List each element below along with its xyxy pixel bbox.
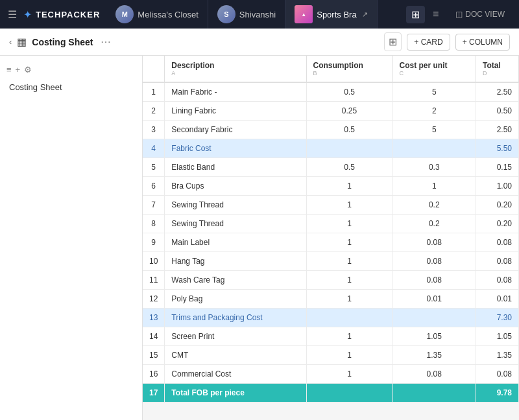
table-row[interactable]: 7Sewing Thread10.20.20 (143, 196, 519, 215)
row-total: 2.50 (476, 121, 519, 139)
table-row[interactable]: 16Commercial Cost10.080.08 (143, 365, 519, 384)
table-row[interactable]: 13Trims and Packaging Cost7.30 (143, 309, 519, 327)
row-number: 4 (143, 139, 165, 158)
sidebar-item-costing-sheet[interactable]: Costing Sheet (0, 78, 142, 96)
grid-view-btn[interactable]: ⊞ (406, 6, 425, 23)
table-row[interactable]: 10Hang Tag10.080.08 (143, 252, 519, 271)
nav-right: ⊞ ≡ ◫ DOC VIEW (406, 6, 511, 23)
row-description: Lining Fabric (165, 102, 306, 121)
columns-icon-btn[interactable]: ⊞ (384, 32, 402, 51)
row-number: 14 (143, 327, 165, 346)
table-row[interactable]: 11Wash Care Tag10.080.08 (143, 271, 519, 290)
row-description: Wash Care Tag (165, 271, 306, 290)
row-consumption: 1 (306, 252, 392, 271)
row-total: 0.08 (476, 271, 519, 290)
list-icon: ≡ (433, 8, 439, 20)
sidebar-lines-icon[interactable]: ≡ (6, 65, 12, 75)
row-description: Fabric Cost (165, 139, 306, 158)
row-cost-per-unit: 1 (392, 177, 476, 196)
app-name: TECHPACKER (36, 10, 100, 19)
row-cost-per-unit (392, 384, 476, 402)
chevron-down-btn[interactable]: ‹ (9, 37, 12, 47)
row-cost-per-unit: 1.35 (392, 346, 476, 365)
top-nav: ☰ ✦ TECHPACKER M Melissa's Closet S Shiv… (0, 0, 519, 29)
row-consumption: 1 (306, 365, 392, 384)
row-description: Main Label (165, 233, 306, 252)
row-total: 0.15 (476, 158, 519, 177)
sidebar-settings-icon[interactable]: ⚙ (24, 65, 32, 75)
table-row[interactable]: 5Elastic Band0.50.30.15 (143, 158, 519, 177)
row-number: 11 (143, 271, 165, 290)
row-consumption: 1 (306, 290, 392, 309)
hamburger-icon[interactable]: ☰ (8, 8, 17, 21)
row-cost-per-unit (392, 139, 476, 158)
col-total-header: Total D (476, 56, 519, 82)
row-consumption: 1 (306, 346, 392, 365)
grid-icon: ⊞ (411, 8, 420, 21)
shivanshi-tab-label: Shivanshi (239, 10, 276, 19)
row-consumption: 1 (306, 177, 392, 196)
sidebar: ≡ + ⚙ Costing Sheet (0, 56, 143, 420)
add-card-btn[interactable]: + CARD (407, 34, 450, 51)
table-body: 1Main Fabric -0.552.502Lining Fabric0.25… (143, 82, 519, 402)
table-row[interactable]: 14Screen Print11.051.05 (143, 327, 519, 346)
nav-tab-melissa[interactable]: M Melissa's Closet (106, 0, 208, 29)
row-consumption: 0.5 (306, 158, 392, 177)
table-row[interactable]: 12Poly Bag10.010.01 (143, 290, 519, 309)
row-cost-per-unit: 5 (392, 82, 476, 102)
row-number: 15 (143, 346, 165, 365)
sports-bra-thumb: ▲ (295, 5, 313, 23)
col-cost-header: Cost per unit C (392, 56, 476, 82)
table-area: Description A Consumption B Cost per uni… (143, 56, 519, 420)
row-total: 0.20 (476, 196, 519, 215)
sub-nav-left: ‹ ▦ Costing Sheet ⋯ (9, 34, 114, 49)
row-number: 6 (143, 177, 165, 196)
more-options-btn[interactable]: ⋯ (98, 34, 114, 49)
row-number: 13 (143, 309, 165, 327)
row-consumption: 1 (306, 233, 392, 252)
table-row[interactable]: 8Sewing Thread10.20.20 (143, 215, 519, 233)
row-total: 0.50 (476, 102, 519, 121)
row-cost-per-unit: 2 (392, 102, 476, 121)
row-total: 0.08 (476, 233, 519, 252)
nav-tab-shivanshi[interactable]: S Shivanshi (208, 0, 285, 29)
add-column-btn[interactable]: + COLUMN (455, 34, 510, 51)
nav-tab-sports-bra[interactable]: ▲ Sports Bra ↗ (285, 0, 377, 29)
row-consumption (306, 309, 392, 327)
doc-view-btn[interactable]: ◫ DOC VIEW (449, 7, 511, 21)
row-consumption (306, 139, 392, 158)
row-description: Main Fabric - (165, 82, 306, 102)
table-row[interactable]: 1Main Fabric -0.552.50 (143, 82, 519, 102)
row-consumption: 0.25 (306, 102, 392, 121)
table-row[interactable]: 6Bra Cups111.00 (143, 177, 519, 196)
sidebar-tools: ≡ + ⚙ (0, 61, 142, 78)
row-cost-per-unit: 0.08 (392, 365, 476, 384)
row-cost-per-unit: 0.01 (392, 290, 476, 309)
row-description: Hang Tag (165, 252, 306, 271)
row-total: 5.50 (476, 139, 519, 158)
table-row[interactable]: 4Fabric Cost5.50 (143, 139, 519, 158)
row-description: Commercial Cost (165, 365, 306, 384)
row-total: 0.01 (476, 290, 519, 309)
row-description: Bra Cups (165, 177, 306, 196)
row-number: 3 (143, 121, 165, 139)
list-view-btn[interactable]: ≡ (428, 6, 444, 23)
table-row[interactable]: 17Total FOB per piece9.78 (143, 384, 519, 402)
row-cost-per-unit: 0.08 (392, 252, 476, 271)
row-description: CMT (165, 346, 306, 365)
melissa-avatar: M (115, 5, 134, 23)
table-row[interactable]: 2Lining Fabric0.2520.50 (143, 102, 519, 121)
table-row[interactable]: 15CMT11.351.35 (143, 346, 519, 365)
row-total: 7.30 (476, 309, 519, 327)
external-link-icon[interactable]: ↗ (362, 10, 368, 19)
row-total: 1.05 (476, 327, 519, 346)
row-number: 8 (143, 215, 165, 233)
row-number: 2 (143, 102, 165, 121)
sidebar-add-icon[interactable]: + (16, 65, 21, 75)
table-row[interactable]: 9Main Label10.080.08 (143, 233, 519, 252)
table-row[interactable]: 3Secondary Fabric0.552.50 (143, 121, 519, 139)
row-description: Total FOB per piece (165, 384, 306, 402)
row-number: 1 (143, 82, 165, 102)
row-description: Sewing Thread (165, 196, 306, 215)
row-consumption (306, 384, 392, 402)
